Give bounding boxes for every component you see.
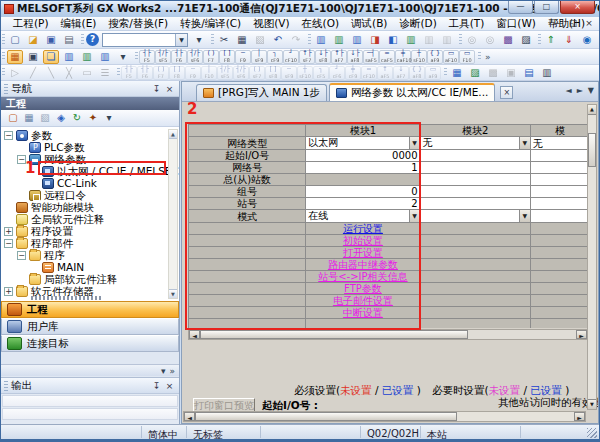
scroll-up-icon[interactable]: ▲ [169, 130, 177, 139]
tab-close-icon[interactable]: × [500, 86, 513, 99]
tree-scrollbar[interactable]: ▲ ▼ [168, 129, 178, 299]
router-relay-link[interactable]: 路由器中继参数 [328, 259, 398, 270]
menu-item-6[interactable]: 调试(B) [345, 17, 393, 30]
download-icon[interactable]: ⇓ [561, 33, 577, 47]
ladder-symbol-button-sF8[interactable]: ↓├sF8 [315, 50, 331, 64]
connection-destination-button[interactable]: 连接目标 [1, 335, 179, 352]
new-project-icon[interactable]: ▢ [7, 33, 23, 47]
tree-item-main[interactable]: MAIN [1, 261, 179, 273]
fb-window-icon[interactable]: ▥ [79, 50, 95, 64]
skip-icon[interactable]: ▨ [467, 66, 483, 80]
scrollbar-thumb[interactable] [200, 330, 468, 339]
tab-network-parameters[interactable]: 网络参数 以太网/CC IE/ME... [329, 83, 495, 101]
scroll-right-icon[interactable]: ► [574, 412, 585, 421]
ladder-symbol-button-cF9[interactable]: ┐cF9 [267, 50, 283, 64]
menu-item-8[interactable]: 工具(T) [443, 17, 491, 30]
user-library-button[interactable]: 用户库 [1, 318, 179, 335]
collapse-icon[interactable]: − [4, 239, 13, 248]
pin-icon[interactable]: ↧ [150, 381, 163, 391]
nav-info-icon[interactable]: ◈ [54, 111, 68, 125]
mode-select-m2[interactable]: ▼ [421, 210, 530, 222]
group-no-input[interactable]: 0 [306, 186, 420, 198]
network-no-input[interactable]: 1 [306, 162, 420, 174]
ladder-symbol-button-aF10[interactable]: ▭aF10 [443, 50, 459, 64]
dropdown-arrow-icon[interactable]: ▼ [409, 137, 420, 149]
ladder-symbol-button-sF9[interactable]: │sF9 [251, 50, 267, 64]
station-no-input[interactable]: 2 [306, 198, 420, 210]
statement-icon[interactable]: ▨ [518, 33, 534, 47]
nav-refresh-icon[interactable]: ↻ [70, 111, 84, 125]
save-project-icon[interactable]: ▣ [43, 33, 59, 47]
comment-display-icon[interactable]: ▩ [500, 33, 516, 47]
network-type-select-m1[interactable]: 以太网▼ [306, 137, 419, 149]
print-icon[interactable]: ▤ [61, 33, 77, 47]
email-settings-link[interactable]: 电子邮件设置 [333, 295, 393, 306]
display-more-icon[interactable]: ▾ [115, 50, 131, 64]
open-project-icon[interactable]: ◪ [25, 33, 41, 47]
close-button[interactable]: × [560, 1, 595, 14]
ladder-symbol-button-aF7[interactable]: ↑├aF7 [331, 50, 347, 64]
ladder-symbol-button-aF9[interactable]: { }aF9 [427, 50, 443, 64]
scroll-down-icon[interactable]: ▼ [169, 289, 177, 298]
ladder-symbol-button-F9[interactable]: ─F9 [235, 50, 251, 64]
tree-item-pou[interactable]: − 程序部件 [1, 237, 179, 249]
navigation-toggle-icon[interactable]: ▦ [7, 50, 23, 64]
menu-item-0[interactable]: 工程(P) [7, 17, 55, 30]
inline-st-icon[interactable]: ▤ [521, 66, 537, 80]
open-settings-link[interactable]: 打开设置 [343, 247, 383, 258]
close-panel-icon[interactable]: × [163, 84, 176, 94]
scroll-left-icon[interactable]: ◄ [189, 330, 200, 339]
tab-list-icon[interactable]: ▼ [588, 86, 594, 95]
operation-settings-link[interactable]: 运行设置 [343, 223, 383, 234]
module-config-icon[interactable]: ▣ [25, 50, 41, 64]
menu-item-4[interactable]: 视图(V) [247, 17, 295, 30]
comment-icon[interactable]: ▥ [539, 66, 555, 80]
dropdown-arrow-icon[interactable]: ▼ [519, 210, 530, 222]
splitter-handle[interactable] [31, 296, 101, 300]
ladder-symbol-button-sF6[interactable]: ┤/├sF6 [187, 50, 203, 64]
undo-icon[interactable]: ↶ [270, 33, 286, 47]
tree-item-intelligent-module[interactable]: 智能功能模块 [1, 201, 179, 213]
tree-item-program[interactable]: − 程序 [1, 249, 179, 261]
vertical-scrollbar[interactable]: ▲ ▼ [587, 104, 597, 410]
tree-item-global-comment[interactable]: 全局软元件注释 [1, 213, 179, 225]
scroll-right-icon[interactable]: ► [576, 330, 587, 339]
help-icon[interactable]: ? [86, 33, 99, 46]
station-ip-link[interactable]: 站号<->IP相关信息 [318, 271, 407, 282]
expand-icon[interactable]: + [4, 287, 13, 296]
ladder-symbol-button-caF5[interactable]: ═caF5 [379, 50, 395, 64]
mode-select-m1[interactable]: 在线▼ [306, 210, 419, 222]
pin-icon[interactable]: ↧ [150, 84, 163, 94]
menu-item-2[interactable]: 搜索/替换(F) [102, 17, 174, 30]
write-plc-icon[interactable]: ◧ [385, 33, 401, 47]
copy-icon[interactable]: ▦ [234, 33, 250, 47]
tab-scroll-left-icon[interactable]: ◄ [566, 86, 572, 95]
ladder-window-icon[interactable]: ▥ [61, 50, 77, 64]
dropdown-arrow-icon[interactable]: ▼ [519, 137, 530, 149]
mdi-close-icon[interactable]: × [583, 17, 595, 30]
ladder-symbol-button-F6[interactable]: ┤├F6 [171, 50, 187, 64]
close-panel-icon[interactable]: × [163, 381, 176, 391]
nav-new-icon[interactable]: ▢ [6, 111, 20, 125]
nav-copy-icon[interactable]: ▦ [22, 111, 36, 125]
tree-item-parameters[interactable]: − 参数 [1, 129, 179, 141]
upload-icon[interactable]: ⇑ [543, 33, 559, 47]
chevron-down-icon[interactable]: ▾ [161, 366, 166, 376]
mdi-restore-icon[interactable]: ◱ [567, 17, 579, 30]
menu-item-9[interactable]: 窗口(W) [490, 17, 542, 30]
start-monitor-icon[interactable]: ◉ [579, 33, 595, 47]
panel-grip[interactable] [4, 381, 8, 391]
device-test-icon[interactable]: ▦ [449, 66, 465, 80]
tree-item-cclink[interactable]: CC-Link [1, 177, 179, 189]
ftp-parameters-link[interactable]: FTP参数 [344, 283, 382, 294]
table-horizontal-scrollbar[interactable]: ◄ ► [188, 329, 588, 340]
monitor-write-icon[interactable]: ▥ [349, 33, 365, 47]
window-display-icon[interactable]: ❏ [43, 50, 59, 64]
verify-icon[interactable]: ▥ [403, 33, 419, 47]
collapse-icon[interactable]: − [17, 251, 26, 260]
tree-item-plc-parameters[interactable]: PLC参数 [1, 141, 179, 153]
minimize-button[interactable]: — [508, 1, 533, 14]
ladder-symbol-button-caF10[interactable]: ╪caF10 [395, 50, 411, 64]
ladder-symbol-button-saF5[interactable]: ─┤saF5 [363, 50, 379, 64]
menu-item-3[interactable]: 转换/编译(C) [174, 17, 247, 30]
